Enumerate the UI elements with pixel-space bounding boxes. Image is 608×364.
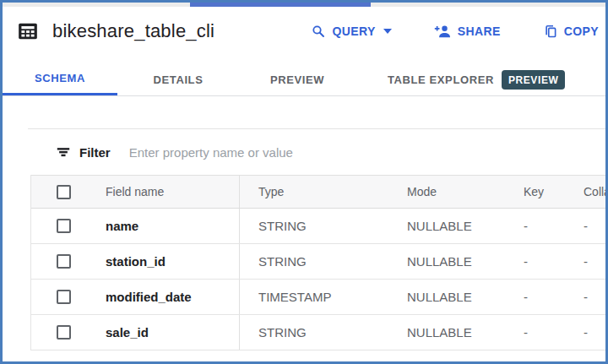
preview-badge: PREVIEW [502, 70, 566, 90]
schema-content: Filter Field name Type Mode Key Collatio… [28, 128, 605, 350]
schema-table: Field name Type Mode Key Collation name … [30, 175, 605, 350]
select-all-checkbox[interactable] [57, 185, 71, 199]
scrollbar-thumb[interactable] [190, 3, 371, 7]
row-checkbox[interactable] [57, 325, 71, 340]
column-header-collation: Collation [554, 185, 605, 198]
panel-header: bikeshare_table_cli QUERY [3, 3, 605, 50]
collation-cell: - [554, 290, 605, 304]
key-cell: - [494, 325, 554, 340]
copy-button[interactable]: COPY [543, 24, 599, 40]
field-name-cell: modified_date [106, 290, 239, 304]
key-cell: - [494, 219, 554, 233]
table-details-panel: bikeshare_table_cli QUERY [0, 0, 608, 364]
search-icon [311, 24, 326, 39]
collation-cell: - [554, 325, 605, 340]
table-row: name STRING NULLABLE - - [31, 209, 605, 244]
type-cell: TIMESTAMP [239, 280, 383, 314]
table-header-row: Field name Type Mode Key Collation [31, 175, 605, 209]
table-row: sale_id STRING NULLABLE - - [31, 315, 605, 350]
collation-cell: - [554, 254, 605, 269]
key-cell: - [494, 290, 554, 304]
mode-cell: NULLABLE [383, 219, 494, 233]
mode-cell: NULLABLE [383, 254, 494, 269]
table-row: station_id STRING NULLABLE - - [31, 244, 605, 280]
share-button-label: SHARE [458, 24, 501, 38]
mode-cell: NULLABLE [383, 325, 494, 340]
column-header-key: Key [494, 185, 554, 198]
copy-icon [543, 24, 558, 40]
row-checkbox[interactable] [57, 290, 71, 304]
type-cell: STRING [239, 244, 383, 279]
row-checkbox[interactable] [57, 219, 71, 233]
key-cell: - [494, 254, 554, 269]
table-row: modified_date TIMESTAMP NULLABLE - - [31, 280, 605, 315]
filter-bar: Filter [28, 128, 605, 175]
table-title: bikeshare_table_cli [52, 20, 214, 42]
collation-cell: - [554, 219, 605, 233]
field-name-cell: name [106, 219, 239, 233]
share-button[interactable]: SHARE [434, 24, 501, 39]
chevron-down-icon [383, 29, 392, 34]
tab-schema[interactable]: SCHEMA [3, 63, 117, 95]
tab-schema-label: SCHEMA [35, 72, 85, 84]
tab-details-label: DETAILS [154, 73, 204, 86]
query-button-label: QUERY [332, 24, 375, 38]
query-button[interactable]: QUERY [311, 24, 391, 39]
person-add-icon [434, 24, 452, 39]
table-body: name STRING NULLABLE - - station_id STRI… [31, 209, 605, 350]
copy-button-label: COPY [564, 24, 599, 38]
horizontal-scrollbar[interactable] [3, 3, 605, 7]
table-icon [17, 20, 39, 42]
tab-details[interactable]: DETAILS [148, 63, 209, 95]
tab-table-explorer-label: TABLE EXPLORER [388, 73, 494, 86]
header-actions: QUERY SHARE [269, 24, 600, 40]
field-name-cell: station_id [106, 254, 239, 269]
filter-input[interactable] [129, 145, 605, 160]
tab-bar: SCHEMA DETAILS PREVIEW TABLE EXPLORER PR… [3, 63, 605, 96]
tab-preview[interactable]: PREVIEW [264, 63, 330, 95]
field-name-cell: sale_id [106, 325, 239, 340]
type-cell: STRING [239, 209, 383, 243]
mode-cell: NULLABLE [383, 290, 494, 304]
tab-preview-label: PREVIEW [270, 73, 324, 86]
filter-label: Filter [79, 145, 111, 160]
type-cell: STRING [239, 315, 383, 350]
filter-icon [56, 144, 71, 160]
column-header-field-name: Field name [106, 185, 239, 198]
row-checkbox[interactable] [57, 254, 71, 269]
column-header-type: Type [239, 176, 383, 208]
column-header-mode: Mode [383, 185, 494, 198]
tab-table-explorer[interactable]: TABLE EXPLORER PREVIEW [388, 63, 565, 95]
